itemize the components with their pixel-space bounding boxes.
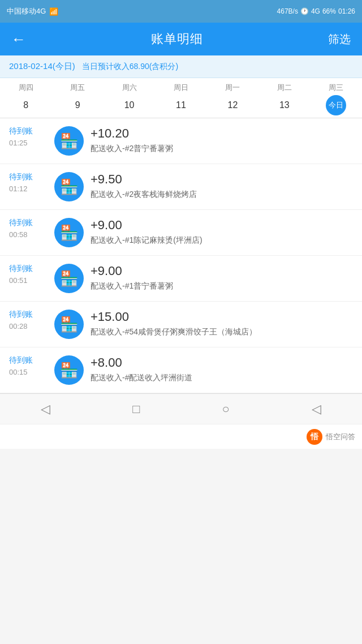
nav-back-button[interactable]: ◁ (41, 402, 50, 417)
tx-right: +9.00配送收入-#1普宁番薯粥 (90, 264, 353, 292)
tx-desc: 配送收入-#配送收入坪洲街道 (90, 372, 353, 384)
status-left: 中国移动4G 📶 (7, 6, 58, 16)
week-day-col[interactable]: 周六10 (104, 83, 155, 115)
tx-desc: 配送收入-#54咸骨煲仔粥爽滑饺子王（海城店） (90, 327, 353, 338)
tx-amount: +9.00 (90, 218, 353, 233)
network-icon: 4G (311, 7, 320, 15)
tx-amount: +15.00 (90, 310, 353, 324)
status-right: 467B/s 🕐 4G 66% 01:26 (277, 7, 355, 15)
tx-store-icon: 🏪 (54, 126, 84, 156)
week-date-num[interactable]: 9 (67, 95, 88, 115)
tx-time: 01:25 (9, 139, 28, 147)
status-bar: 中国移动4G 📶 467B/s 🕐 4G 66% 01:26 (0, 0, 362, 23)
week-day-name: 周日 (155, 83, 206, 93)
tx-store-icon: 🏪 (54, 172, 84, 201)
week-date-num[interactable]: 8 (16, 95, 36, 115)
tx-store-icon: 🏪 (54, 310, 84, 339)
bottom-brand: 悟 悟空问答 (0, 424, 362, 449)
week-day-name: 周二 (258, 83, 310, 93)
transaction-item[interactable]: 待到账00:58🏪+9.00配送收入-#1陈记麻辣烫(坪洲店) (0, 210, 362, 256)
date-info-bar: 2018-02-14(今日) 当日预计收入68.90(含积分) (0, 55, 362, 78)
week-date-num[interactable]: 12 (222, 95, 243, 115)
tx-status: 待到账 (9, 126, 33, 136)
tx-time: 00:15 (9, 368, 28, 376)
brand-text: 悟空问答 (326, 432, 355, 442)
signal-icon: 📶 (49, 7, 58, 16)
week-day-name: 周六 (104, 83, 155, 93)
tx-left: 待到账00:28 (9, 310, 48, 330)
week-day-col[interactable]: 周日11 (155, 83, 206, 115)
tx-left: 待到账01:25 (9, 126, 48, 147)
nav-menu-button[interactable]: ◁ (312, 402, 321, 417)
filter-button[interactable]: 筛选 (328, 32, 351, 47)
transaction-item[interactable]: 待到账00:28🏪+15.00配送收入-#54咸骨煲仔粥爽滑饺子王（海城店） (0, 302, 362, 347)
tx-time: 01:12 (9, 184, 28, 193)
carrier-label: 中国移动4G (7, 6, 46, 16)
tx-right: +10.20配送收入-#2普宁番薯粥 (90, 126, 353, 154)
tx-left: 待到账00:51 (9, 264, 48, 285)
tx-desc: 配送收入-#2夜客栈海鲜烧烤店 (90, 189, 353, 200)
tx-right: +9.00配送收入-#1陈记麻辣烫(坪洲店) (90, 218, 353, 246)
tx-store-icon: 🏪 (54, 264, 84, 293)
current-date-label: 2018-02-14(今日) (9, 61, 75, 72)
nav-home-button[interactable]: ○ (222, 402, 229, 417)
transaction-item[interactable]: 待到账01:12🏪+9.50配送收入-#2夜客栈海鲜烧烤店 (0, 164, 362, 210)
tx-desc: 配送收入-#2普宁番薯粥 (90, 143, 353, 154)
page-title: 账单明细 (151, 31, 203, 48)
tx-status: 待到账 (9, 172, 33, 182)
tx-amount: +9.00 (90, 264, 353, 278)
tx-left: 待到账01:12 (9, 172, 48, 193)
week-calendar: 周四8周五9周六10周日11周一12周二13周三今日 (0, 78, 362, 118)
week-day-col[interactable]: 周二13 (258, 83, 310, 115)
week-day-name: 周四 (0, 83, 51, 93)
week-date-num[interactable]: 13 (274, 95, 295, 115)
tx-right: +8.00配送收入-#配送收入坪洲街道 (90, 355, 353, 384)
week-day-name: 周五 (51, 83, 103, 93)
time-label: 01:26 (338, 7, 355, 15)
brand-circle-icon: 悟 (307, 429, 322, 445)
week-date-num[interactable]: 10 (119, 95, 140, 115)
battery-label: 66% (322, 7, 336, 15)
tx-status: 待到账 (9, 310, 33, 320)
tx-amount: +9.50 (90, 172, 353, 187)
tx-time: 00:51 (9, 276, 28, 285)
transaction-item[interactable]: 待到账00:15🏪+8.00配送收入-#配送收入坪洲街道 (0, 347, 362, 393)
transaction-item[interactable]: 待到账00:51🏪+9.00配送收入-#1普宁番薯粥 (0, 256, 362, 302)
tx-store-icon: 🏪 (54, 218, 84, 247)
week-days-header: 周四8周五9周六10周日11周一12周二13周三今日 (0, 78, 362, 118)
week-date-num[interactable]: 11 (171, 95, 191, 115)
tx-left: 待到账00:15 (9, 355, 48, 376)
tx-status: 待到账 (9, 218, 33, 228)
back-button[interactable]: ← (11, 31, 26, 48)
bottom-nav: ◁ □ ○ ◁ (0, 393, 362, 424)
tx-right: +15.00配送收入-#54咸骨煲仔粥爽滑饺子王（海城店） (90, 310, 353, 338)
week-day-col[interactable]: 周四8 (0, 83, 51, 115)
transaction-item[interactable]: 待到账01:25🏪+10.20配送收入-#2普宁番薯粥 (0, 118, 362, 164)
tx-left: 待到账00:58 (9, 218, 48, 239)
clock-icon: 🕐 (300, 7, 309, 15)
tx-status: 待到账 (9, 355, 33, 366)
week-day-col[interactable]: 周一12 (207, 83, 258, 115)
tx-desc: 配送收入-#1陈记麻辣烫(坪洲店) (90, 235, 353, 246)
nav-square-button[interactable]: □ (132, 402, 140, 417)
week-day-col[interactable]: 周五9 (51, 83, 103, 115)
tx-status: 待到账 (9, 264, 33, 274)
tx-time: 00:58 (9, 230, 28, 239)
tx-amount: +8.00 (90, 355, 353, 370)
tx-right: +9.50配送收入-#2夜客栈海鲜烧烤店 (90, 172, 353, 200)
app-header: ← 账单明细 筛选 (0, 23, 362, 55)
tx-store-icon: 🏪 (54, 355, 84, 385)
today-date-num[interactable]: 今日 (326, 95, 346, 115)
brand-logo: 悟 悟空问答 (307, 429, 355, 445)
week-day-name: 周一 (207, 83, 258, 93)
transaction-list: 待到账01:25🏪+10.20配送收入-#2普宁番薯粥待到账01:12🏪+9.5… (0, 118, 362, 393)
week-day-name: 周三 (311, 83, 362, 93)
income-info-label: 当日预计收入68.90(含积分) (82, 62, 178, 72)
week-day-col[interactable]: 周三今日 (311, 83, 362, 115)
tx-time: 00:28 (9, 322, 28, 330)
tx-desc: 配送收入-#1普宁番薯粥 (90, 281, 353, 292)
tx-amount: +10.20 (90, 126, 353, 141)
speed-label: 467B/s (277, 7, 298, 15)
